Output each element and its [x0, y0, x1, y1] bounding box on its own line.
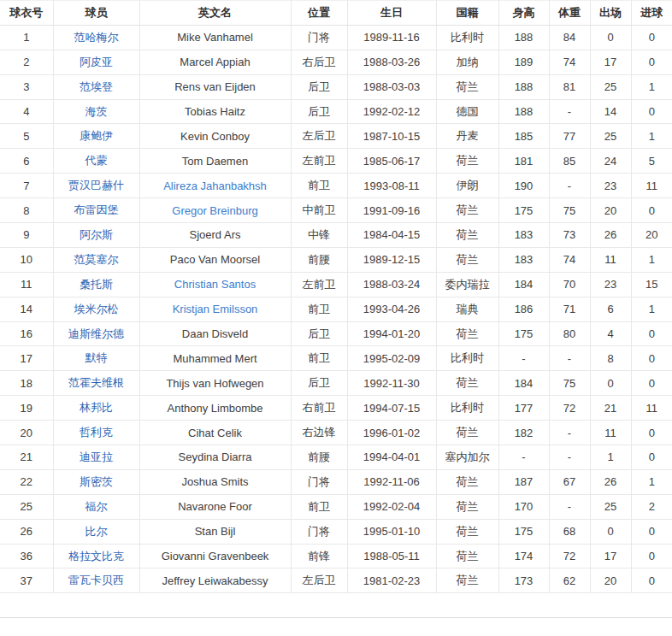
player-link-cn[interactable]: 阿尔斯 [80, 228, 113, 241]
cell-number: 36 [0, 544, 53, 568]
table-row: 9阿尔斯Sjoerd Ars中锋1984-04-15荷兰183732620 [0, 223, 672, 248]
table-row: 8布雷因堡Gregor Breinburg中前卫1991-09-16荷兰1757… [0, 198, 672, 223]
player-link-en[interactable]: Gregor Breinburg [172, 204, 257, 217]
player-link-cn[interactable]: 埃米尔松 [74, 303, 119, 315]
player-link-cn[interactable]: 迪亚拉 [80, 450, 113, 463]
player-link-cn[interactable]: 格拉文比克 [68, 550, 124, 562]
table-row: 36格拉文比克Giovanni Gravenbeek前锋1988-05-11荷兰… [0, 544, 672, 568]
cell-name-cn: 福尔 [53, 494, 139, 519]
table-row: 11桑托斯Christian Santos左前卫1988-03-24委内瑞拉18… [0, 272, 672, 297]
cell-goals: 1 [631, 297, 672, 321]
cell-birthday: 1988-03-03 [347, 74, 436, 99]
player-link-en[interactable]: Christian Santos [174, 278, 256, 291]
cell-apps: 26 [590, 223, 631, 248]
cell-name-cn: 桑托斯 [53, 272, 139, 297]
cell-height: - [498, 445, 549, 470]
cell-position: 门将 [291, 25, 347, 50]
cell-apps: 26 [590, 469, 631, 494]
player-link-cn[interactable]: 斯密茨 [80, 475, 113, 488]
cell-height: 186 [498, 297, 549, 321]
col-header-nationality: 国籍 [436, 1, 498, 26]
cell-nation: 委内瑞拉 [436, 272, 498, 297]
player-link-cn[interactable]: 雷瓦卡贝西 [68, 574, 124, 586]
player-link-cn[interactable]: 迪斯维尔德 [68, 327, 124, 340]
player-link-cn[interactable]: 贾汉巴赫什 [68, 179, 124, 191]
cell-nation: 荷兰 [436, 469, 498, 494]
cell-position: 左前卫 [291, 149, 347, 174]
player-link-cn[interactable]: 康鲍伊 [80, 129, 113, 142]
cell-apps: 8 [590, 346, 631, 371]
player-link-cn[interactable]: 布雷因堡 [74, 203, 119, 216]
cell-apps: 0 [590, 371, 631, 396]
cell-name-en: Paco Van Moorsel [139, 247, 291, 272]
cell-goals: 0 [631, 371, 672, 396]
cell-number: 25 [0, 494, 53, 519]
player-link-cn[interactable]: 桑托斯 [80, 278, 113, 291]
cell-weight: 72 [549, 544, 590, 568]
player-link-en[interactable]: Kristjan Emilsson [173, 303, 258, 315]
cell-weight: - [549, 445, 590, 470]
player-link-cn[interactable]: 林邦比 [80, 401, 113, 414]
cell-nation: 荷兰 [436, 568, 498, 593]
player-link-en[interactable]: Alireza Jahanbakhsh [163, 180, 267, 192]
cell-height: 185 [498, 124, 549, 149]
player-link-cn[interactable]: 范哈梅尔 [74, 31, 119, 44]
cell-name-cn: 斯密茨 [53, 469, 139, 494]
table-row: 18范霍夫维根Thijs van Hofwegen后卫1992-11-30荷兰1… [0, 371, 672, 396]
player-link-cn[interactable]: 默特 [85, 351, 108, 364]
player-link-cn[interactable]: 代蒙 [85, 154, 108, 167]
table-row: 3范埃登Rens van Eijden后卫1988-03-03荷兰1888125… [0, 74, 672, 99]
cell-nation: 荷兰 [436, 198, 498, 223]
cell-nation: 比利时 [436, 396, 498, 421]
player-link-cn[interactable]: 比尔 [85, 525, 108, 538]
cell-position: 后卫 [291, 74, 347, 99]
cell-position: 右前卫 [291, 396, 347, 421]
cell-nation: 比利时 [436, 346, 498, 371]
player-link-cn[interactable]: 范埃登 [80, 80, 113, 93]
cell-birthday: 1985-06-17 [347, 149, 436, 174]
cell-birthday: 1991-09-16 [347, 198, 436, 223]
cell-goals: 0 [631, 421, 672, 445]
cell-goals: 1 [631, 74, 672, 99]
player-link-cn[interactable]: 海茨 [85, 105, 108, 118]
cell-position: 前卫 [291, 297, 347, 321]
cell-height: 184 [498, 371, 549, 396]
cell-name-en: Tobias Haitz [139, 99, 291, 124]
header-row: 球衣号 球员 英文名 位置 生日 国籍 身高 体重 出场 进球 [0, 1, 672, 26]
cell-position: 左前卫 [291, 272, 347, 297]
cell-birthday: 1988-03-26 [347, 50, 436, 74]
cell-height: 188 [498, 74, 549, 99]
cell-birthday: 1988-03-24 [347, 272, 436, 297]
cell-name-en: Muhammed Mert [139, 346, 291, 371]
cell-nation: 荷兰 [436, 247, 498, 272]
cell-goals: 2 [631, 494, 672, 519]
cell-nation: 荷兰 [436, 519, 498, 544]
cell-nation: 伊朗 [436, 174, 498, 198]
cell-height: 187 [498, 469, 549, 494]
cell-goals: 1 [631, 247, 672, 272]
player-link-cn[interactable]: 哲利克 [80, 426, 113, 439]
cell-position: 前腰 [291, 247, 347, 272]
cell-name-en: Daan Disveld [139, 321, 291, 346]
cell-number: 9 [0, 223, 53, 248]
cell-name-en: Navarone Foor [139, 494, 291, 519]
cell-name-en: Joshua Smits [139, 469, 291, 494]
cell-weight: - [549, 174, 590, 198]
cell-goals: 0 [631, 25, 672, 50]
cell-number: 4 [0, 99, 53, 124]
cell-height: 188 [498, 25, 549, 50]
col-header-appearances: 出场 [590, 1, 631, 26]
player-link-cn[interactable]: 范霍夫维根 [68, 376, 124, 389]
cell-goals: 1 [631, 469, 672, 494]
cell-height: 175 [498, 519, 549, 544]
cell-position: 前卫 [291, 346, 347, 371]
cell-number: 17 [0, 346, 53, 371]
player-link-cn[interactable]: 福尔 [85, 500, 108, 513]
cell-weight: 84 [549, 25, 590, 50]
cell-birthday: 1992-11-30 [347, 371, 436, 396]
player-link-cn[interactable]: 阿皮亚 [80, 56, 113, 68]
cell-weight: 68 [549, 519, 590, 544]
player-link-cn[interactable]: 范莫塞尔 [74, 253, 119, 266]
cell-weight: 72 [549, 396, 590, 421]
cell-name-cn: 布雷因堡 [53, 198, 139, 223]
